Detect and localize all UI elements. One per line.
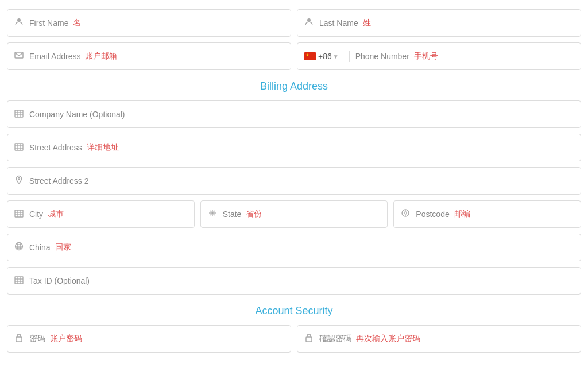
postcode-field[interactable]: Postcode 邮编 — [393, 200, 581, 228]
country-label: China — [29, 243, 51, 252]
tax-id-label: Tax ID (Optional) — [29, 276, 90, 285]
person-icon — [14, 17, 24, 29]
phone-cn: 手机号 — [414, 51, 438, 61]
confirm-password-label: 確認密碼 — [319, 334, 351, 344]
phone-dropdown-arrow: ▼ — [333, 53, 339, 60]
password-field[interactable]: 密码 账户密码 — [7, 325, 291, 353]
street2-label: Street Address 2 — [29, 176, 89, 185]
company-field[interactable]: Company Name (Optional) — [7, 100, 581, 128]
page-wrapper: First Name 名 Last Name 姓 Email Address — [0, 0, 588, 367]
personal-name-row: First Name 名 Last Name 姓 — [7, 9, 581, 37]
street1-cn: 详细地址 — [87, 142, 119, 153]
last-name-label: Last Name — [319, 18, 358, 28]
svg-point-0 — [17, 18, 21, 22]
state-field[interactable]: State 省份 — [200, 200, 388, 228]
building-icon — [14, 109, 24, 120]
first-name-cn: 名 — [73, 18, 81, 28]
svg-rect-14 — [15, 210, 23, 217]
location-icon — [14, 175, 24, 187]
person-icon-2 — [304, 17, 314, 29]
email-field[interactable]: Email Address 账户邮箱 — [7, 42, 291, 70]
china-flag-icon — [304, 52, 316, 60]
tax-id-field[interactable]: Tax ID (Optional) — [7, 267, 581, 295]
lock-icon-2 — [304, 333, 314, 345]
personal-contact-row: Email Address 账户邮箱 +86 ▼ Phone Number 手机… — [7, 42, 581, 70]
svg-rect-2 — [15, 52, 23, 58]
confirm-password-field[interactable]: 確認密碼 再次输入账户密码 — [297, 325, 581, 353]
security-row: 密码 账户密码 確認密碼 再次输入账户密码 — [7, 325, 581, 353]
company-row: Company Name (Optional) — [7, 100, 581, 128]
country-cn: 国家 — [55, 242, 71, 253]
svg-rect-34 — [15, 277, 23, 284]
lock-icon — [14, 333, 24, 345]
phone-prefix[interactable]: +86 ▼ — [304, 52, 339, 61]
confirm-password-cn: 再次输入账户密码 — [356, 334, 420, 344]
svg-point-13 — [18, 178, 20, 180]
street1-field[interactable]: Street Address 详细地址 — [7, 134, 581, 161]
state-label: State — [223, 210, 242, 219]
phone-country-code: +86 — [318, 52, 332, 61]
email-icon — [14, 51, 24, 62]
svg-point-24 — [404, 212, 407, 214]
email-cn: 账户邮箱 — [85, 51, 117, 61]
first-name-label: First Name — [29, 18, 68, 28]
phone-label: Phone Number — [355, 52, 409, 61]
country-field[interactable]: China 国家 — [7, 234, 581, 261]
tax-icon — [14, 275, 24, 287]
password-label: 密码 — [29, 334, 45, 344]
svg-rect-39 — [16, 337, 22, 342]
city-label: City — [29, 210, 43, 219]
city-state-post-row: City 城市 State 省份 — [7, 200, 581, 228]
svg-rect-3 — [15, 110, 23, 117]
first-name-field[interactable]: First Name 名 — [7, 9, 291, 37]
globe-icon — [14, 242, 24, 253]
street1-row: Street Address 详细地址 — [7, 134, 581, 161]
state-icon — [208, 208, 217, 220]
city-cn: 城市 — [48, 209, 64, 219]
tax-id-row: Tax ID (Optional) — [7, 267, 581, 295]
country-row: China 国家 — [7, 234, 581, 261]
street-icon — [14, 142, 24, 153]
company-label: Company Name (Optional) — [29, 110, 125, 119]
phone-field[interactable]: +86 ▼ Phone Number 手机号 — [297, 42, 581, 70]
last-name-field[interactable]: Last Name 姓 — [297, 9, 581, 37]
postcode-cn: 邮编 — [454, 209, 470, 219]
street2-row: Street Address 2 — [7, 167, 581, 195]
street1-label: Street Address — [29, 143, 82, 152]
svg-point-1 — [307, 18, 311, 22]
security-section-title: Account Security — [7, 305, 581, 317]
svg-rect-8 — [15, 144, 23, 150]
phone-divider — [349, 51, 350, 62]
postcode-label: Postcode — [416, 210, 449, 219]
postcode-icon — [401, 208, 410, 220]
city-icon — [14, 208, 24, 220]
password-cn: 账户密码 — [50, 334, 82, 344]
state-cn: 省份 — [246, 209, 262, 219]
city-field[interactable]: City 城市 — [7, 200, 195, 228]
svg-rect-40 — [306, 337, 312, 342]
last-name-cn: 姓 — [363, 18, 371, 28]
street2-field[interactable]: Street Address 2 — [7, 167, 581, 195]
email-label: Email Address — [29, 52, 80, 61]
billing-section-title: Billing Address — [7, 80, 581, 92]
